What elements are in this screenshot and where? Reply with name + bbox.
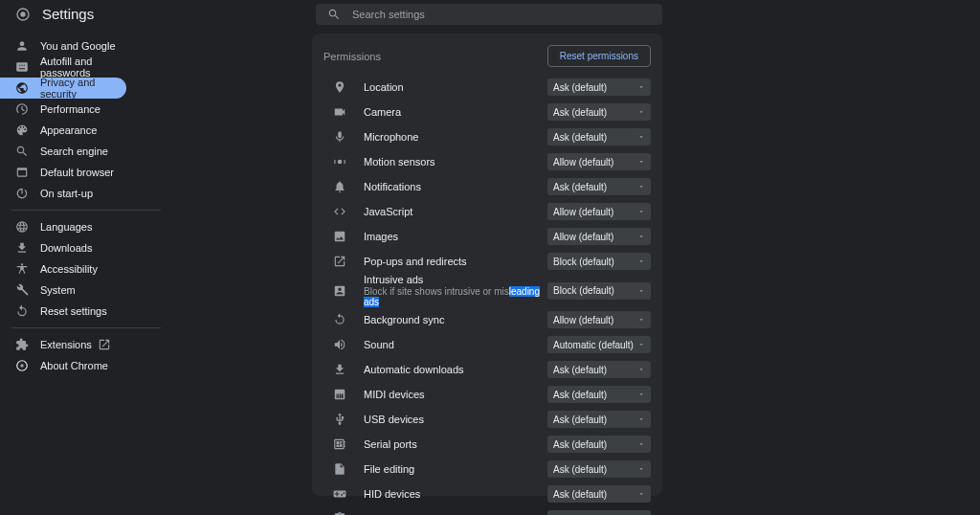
permission-row-file-editing: File editingAsk (default): [312, 457, 662, 481]
permission-row-sound: SoundAutomatic (default): [312, 332, 662, 357]
dropdown-value: Automatic (default): [553, 340, 634, 350]
sidebar-item-reset-settings[interactable]: Reset settings: [0, 301, 126, 322]
sidebar-item-privacy-and-security[interactable]: Privacy and security: [0, 78, 126, 99]
globe-icon: [15, 220, 29, 234]
permission-dropdown[interactable]: Automatic (default): [547, 336, 651, 353]
sidebar-item-accessibility[interactable]: Accessibility: [0, 258, 126, 280]
dropdown-value: Ask (default): [553, 390, 607, 400]
download-icon: [15, 241, 29, 255]
search-bar[interactable]: [316, 4, 662, 25]
permission-label: Images: [364, 231, 547, 242]
permission-dropdown[interactable]: Ask (default): [547, 386, 651, 403]
sidebar-item-appearance[interactable]: Appearance: [0, 120, 126, 141]
permission-dropdown[interactable]: Ask (default): [547, 361, 651, 378]
code-icon: [333, 205, 346, 218]
permission-label: Motion sensors: [364, 156, 547, 168]
permission-label: Notifications: [364, 181, 547, 192]
sidebar-item-about-chrome[interactable]: About Chrome: [0, 355, 126, 376]
permission-dropdown[interactable]: Ask (default): [547, 78, 651, 96]
midi-icon: [333, 388, 346, 401]
dropdown-value: Ask (default): [553, 132, 607, 143]
autodl-icon: [333, 363, 346, 376]
sidebar-item-label: Appearance: [40, 124, 97, 136]
permission-dropdown[interactable]: Ask (default): [547, 411, 651, 428]
autofill-icon: [15, 60, 29, 74]
permission-label: Microphone: [364, 131, 547, 143]
permission-dropdown[interactable]: Block (default): [547, 253, 651, 270]
permission-dropdown[interactable]: Ask (default): [547, 436, 651, 453]
sidebar-item-default-browser[interactable]: Default browser: [0, 162, 126, 183]
permission-dropdown[interactable]: Ask (default): [547, 103, 651, 121]
sidebar-item-languages[interactable]: Languages: [0, 216, 126, 237]
permission-dropdown[interactable]: Block (default): [547, 282, 651, 300]
permission-dropdown[interactable]: Ask (default): [547, 460, 651, 478]
permission-label: MIDI devices: [364, 389, 547, 400]
location-icon: [333, 80, 346, 94]
permission-row-camera: CameraAsk (default): [312, 100, 662, 124]
file-icon: [333, 462, 346, 476]
sidebar-item-search-engine[interactable]: Search engine: [0, 141, 126, 162]
dropdown-value: Ask (default): [553, 182, 607, 192]
permission-dropdown[interactable]: Ask (default): [547, 485, 651, 503]
security-icon: [15, 81, 29, 95]
permission-label: Background sync: [364, 314, 547, 325]
page-title: Settings: [42, 6, 94, 22]
chrome-logo-icon: [15, 7, 31, 22]
sidebar-item-label: Default browser: [40, 167, 114, 178]
permission-label: USB devices: [364, 414, 547, 425]
permission-dropdown[interactable]: Ask (default): [547, 178, 651, 195]
sidebar-item-label: Downloads: [40, 242, 92, 254]
performance-icon: [15, 102, 29, 116]
chevron-down-icon: [637, 465, 645, 473]
permission-row-background-sync: Background syncAllow (default): [312, 307, 662, 332]
reset-icon: [15, 304, 29, 318]
svg-point-3: [20, 11, 25, 16]
sidebar: You and GoogleAutofill and passwordsPriv…: [0, 28, 172, 515]
sidebar-separator: [11, 327, 161, 328]
dropdown-value: Block (default): [553, 285, 614, 296]
sidebar-item-autofill-and-passwords[interactable]: Autofill and passwords: [0, 56, 126, 78]
search-input[interactable]: [352, 9, 651, 20]
permission-subtitle: Block if site shows intrusive or mislead…: [364, 286, 547, 307]
mic-icon: [333, 130, 346, 144]
chevron-down-icon: [637, 133, 645, 141]
reset-permissions-button[interactable]: Reset permissions: [547, 45, 651, 67]
system-icon: [15, 283, 29, 297]
permission-dropdown[interactable]: Allow (default): [547, 153, 651, 170]
sidebar-item-performance[interactable]: Performance: [0, 99, 126, 120]
dropdown-value: Allow (default): [553, 207, 613, 217]
permission-dropdown[interactable]: Ask (default): [547, 128, 651, 146]
sidebar-item-label: Accessibility: [40, 263, 98, 275]
sidebar-item-on-start-up[interactable]: On start-up: [0, 183, 126, 204]
motion-icon: [333, 155, 346, 168]
person-icon: [15, 39, 29, 53]
sidebar-item-label: You and Google: [40, 40, 116, 52]
dropdown-value: Ask (default): [553, 365, 607, 375]
permission-dropdown[interactable]: Ask (default): [547, 510, 651, 515]
ads-icon: [333, 284, 346, 298]
sidebar-item-downloads[interactable]: Downloads: [0, 237, 126, 258]
search-icon: [15, 145, 29, 158]
sidebar-item-label: Privacy and security: [40, 77, 126, 100]
chevron-down-icon: [637, 287, 645, 295]
permission-label: Sound: [364, 339, 547, 350]
panel-title: Permissions: [323, 51, 381, 62]
permission-dropdown[interactable]: Allow (default): [547, 203, 651, 220]
sidebar-item-label: Extensions: [40, 339, 92, 350]
sidebar-item-you-and-google[interactable]: You and Google: [0, 35, 126, 56]
permission-label: Serial ports: [364, 438, 547, 450]
image-icon: [333, 230, 346, 243]
permission-dropdown[interactable]: Allow (default): [547, 228, 651, 245]
sidebar-item-extensions[interactable]: Extensions: [0, 334, 126, 355]
permission-label: Pop-ups and redirects: [364, 256, 547, 267]
chevron-down-icon: [637, 233, 645, 240]
permission-row-pop-ups-and-redirects: Pop-ups and redirectsBlock (default): [312, 249, 662, 274]
permission-label: Camera: [364, 106, 547, 118]
camera-icon: [333, 105, 346, 119]
permission-dropdown[interactable]: Allow (default): [547, 311, 651, 328]
dropdown-value: Ask (default): [553, 107, 607, 118]
sidebar-item-label: Search engine: [40, 146, 108, 157]
dropdown-value: Ask (default): [553, 414, 607, 425]
sidebar-item-label: Languages: [40, 221, 92, 233]
sidebar-item-system[interactable]: System: [0, 280, 126, 301]
